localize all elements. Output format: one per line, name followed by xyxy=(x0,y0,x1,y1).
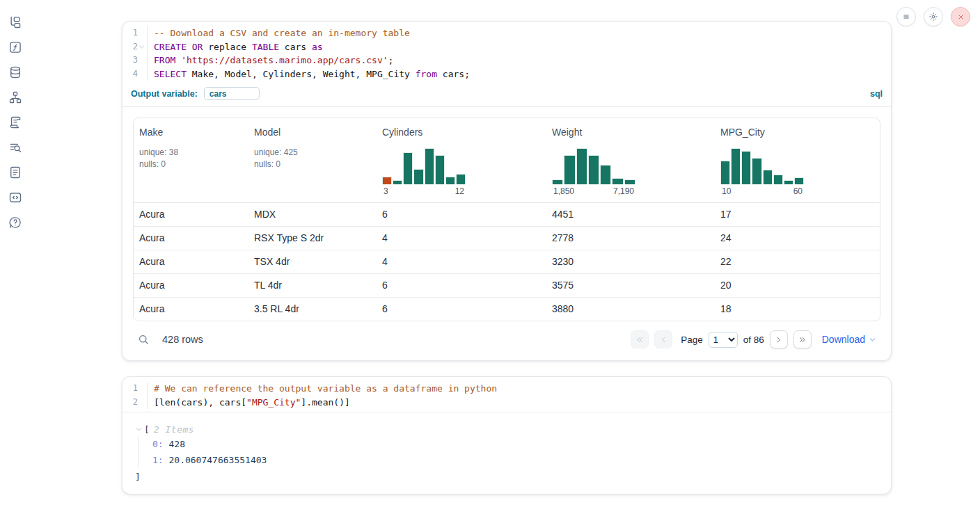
line-number: 1 xyxy=(128,382,138,396)
output-variable-input[interactable] xyxy=(204,87,260,100)
histogram-bar[interactable] xyxy=(403,152,413,184)
code-line: 3FROM 'https://datasets.marimo.app/cars.… xyxy=(122,54,891,67)
fold-chevron-icon[interactable] xyxy=(138,43,145,51)
download-button[interactable]: Download xyxy=(822,334,876,345)
histogram-bars xyxy=(382,148,466,184)
table-cell: 3880 xyxy=(546,298,715,321)
line-number: 1 xyxy=(128,26,138,40)
column-stats: unique: 425nulls: 0 xyxy=(254,147,371,170)
code-text: [len(cars), cars["MPG_City"].mean()] xyxy=(148,396,350,410)
code-line: 1# We can reference the output variable … xyxy=(122,382,891,396)
histogram-bar[interactable] xyxy=(720,161,730,184)
code-text: -- Download a CSV and create an in-memor… xyxy=(148,26,410,40)
column-header-weight[interactable]: Weight1,8507,190 xyxy=(546,118,715,202)
code-token: -- Download a CSV and create an in-memor… xyxy=(154,28,410,38)
sidebar-item-variables[interactable] xyxy=(8,40,22,54)
table-cell: Acura xyxy=(134,227,248,250)
column-header-mpg_city[interactable]: MPG_City1060 xyxy=(715,118,880,202)
close-bracket: ] xyxy=(135,470,878,483)
list-search-icon xyxy=(8,140,22,154)
pagination: Page 1 of 86 xyxy=(631,330,812,348)
page-label: Page xyxy=(681,335,703,345)
open-bracket: [ xyxy=(144,424,150,435)
histogram-bar[interactable] xyxy=(773,175,783,184)
histogram-bar[interactable] xyxy=(741,151,751,184)
histogram-bar[interactable] xyxy=(456,174,466,184)
code-token: CREATE xyxy=(154,42,187,52)
table-body: AcuraMDX6445117AcuraRSX Type S 2dr427782… xyxy=(134,203,880,321)
histogram-bar[interactable] xyxy=(564,155,575,184)
table-cell: 3575 xyxy=(546,274,715,297)
sidebar-item-snippets[interactable] xyxy=(8,191,22,204)
histogram-bar[interactable] xyxy=(435,155,445,184)
notebook-menu-button[interactable] xyxy=(896,7,916,26)
line-gutter: 2 xyxy=(122,396,148,410)
table-row[interactable]: AcuraTSX 4dr4323022 xyxy=(134,250,880,273)
next-page-button[interactable] xyxy=(770,330,788,348)
sidebar-item-documentation[interactable] xyxy=(8,166,22,179)
page-select[interactable]: 1 xyxy=(709,332,738,348)
table-row[interactable]: Acura3.5 RL 4dr6388018 xyxy=(134,297,880,321)
histogram-bar[interactable] xyxy=(752,158,761,184)
tree-entry-index: 0: xyxy=(152,439,164,449)
histogram-bar[interactable] xyxy=(552,179,563,184)
histogram-bar[interactable] xyxy=(413,169,423,184)
last-page-button[interactable] xyxy=(793,330,812,348)
table-row[interactable]: AcuraRSX Type S 2dr4277824 xyxy=(134,226,880,250)
sidebar-item-logs[interactable] xyxy=(8,115,22,129)
table-cell: 4 xyxy=(377,250,546,273)
code-token: ].mean()] xyxy=(301,397,349,408)
sidebar-item-outline-search[interactable] xyxy=(8,140,22,154)
sidebar-item-help[interactable] xyxy=(8,216,22,230)
table-cell: MDX xyxy=(248,203,377,226)
code-token: TABLE xyxy=(252,42,279,52)
column-header-make[interactable]: Makeunique: 38nulls: 0 xyxy=(134,118,248,202)
chevron-right-icon xyxy=(774,335,783,344)
sidebar-item-dependencies[interactable] xyxy=(8,90,22,104)
axis-max-label: 60 xyxy=(793,186,803,196)
python-cell: 1# We can reference the output variable … xyxy=(122,376,892,494)
document-icon xyxy=(8,166,22,179)
column-label: Weight xyxy=(552,127,709,138)
histogram-bar[interactable] xyxy=(445,177,455,184)
histogram-bar[interactable] xyxy=(382,177,392,184)
histogram-bar[interactable] xyxy=(624,179,635,184)
histogram-bar[interactable] xyxy=(393,180,402,184)
histogram-bar[interactable] xyxy=(731,148,741,184)
python-code-editor[interactable]: 1# We can reference the output variable … xyxy=(122,377,891,412)
code-token: 'https://datasets.marimo.app/cars.csv' xyxy=(181,55,388,65)
table-cell: 3.5 RL 4dr xyxy=(248,298,377,321)
python-cell-output: [ 2 Items 0: 4281: 20.060747663551403 ] xyxy=(122,412,891,494)
database-icon xyxy=(8,65,22,79)
search-icon[interactable] xyxy=(137,333,150,346)
chevron-down-icon[interactable] xyxy=(135,426,143,433)
histogram-bar[interactable] xyxy=(588,155,599,184)
gear-icon xyxy=(928,12,938,22)
table-row[interactable]: AcuraMDX6445117 xyxy=(134,203,880,226)
histogram-bar[interactable] xyxy=(425,148,434,184)
sidebar-item-data-sources[interactable] xyxy=(8,65,22,79)
histogram-bar[interactable] xyxy=(784,180,793,184)
first-page-button[interactable] xyxy=(631,330,649,348)
page-total-label: of 86 xyxy=(743,335,764,345)
axis-max-label: 7,190 xyxy=(613,186,634,196)
sidebar-item-file-explorer[interactable] xyxy=(8,15,22,29)
shutdown-button[interactable] xyxy=(951,7,970,26)
column-header-model[interactable]: Modelunique: 425nulls: 0 xyxy=(248,118,377,202)
line-gutter: 3 xyxy=(122,54,148,67)
histogram-bar[interactable] xyxy=(600,165,611,184)
line-number: 4 xyxy=(128,67,138,81)
sql-code-editor[interactable]: 1-- Download a CSV and create an in-memo… xyxy=(122,22,891,107)
settings-button[interactable] xyxy=(924,7,943,26)
line-gutter: 1 xyxy=(122,26,148,40)
histogram-bar[interactable] xyxy=(794,177,804,184)
table-row[interactable]: AcuraTL 4dr6357520 xyxy=(134,273,880,297)
prev-page-button[interactable] xyxy=(654,330,672,348)
histogram-bar[interactable] xyxy=(763,170,773,184)
column-header-cylinders[interactable]: Cylinders312 xyxy=(377,118,546,202)
histogram-bar[interactable] xyxy=(612,178,623,184)
row-count: 428 rows xyxy=(162,334,203,345)
histogram-bar[interactable] xyxy=(576,148,587,184)
tree-entry-value: 20.060747663551403 xyxy=(164,455,267,465)
column-label: Model xyxy=(254,127,371,138)
